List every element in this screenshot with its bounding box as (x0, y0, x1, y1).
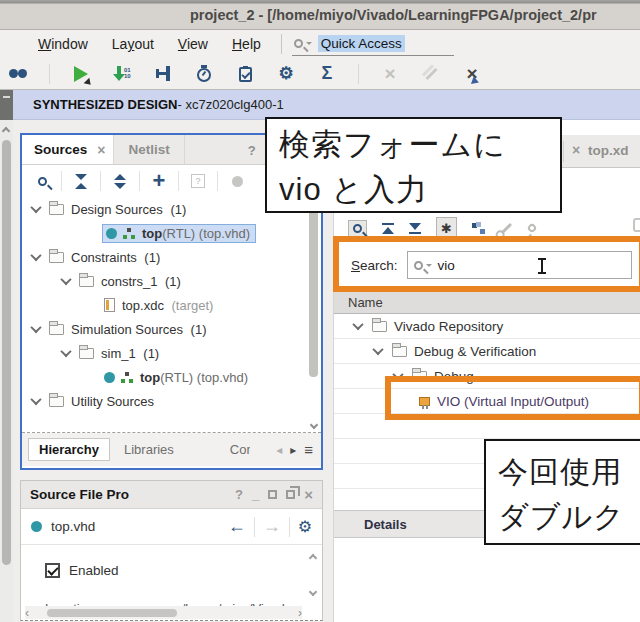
scroll-up-icon[interactable] (309, 554, 317, 562)
tree-row[interactable]: Utility Sources (22, 389, 321, 413)
tree-search-button[interactable] (32, 171, 52, 191)
menu-view[interactable]: View (166, 32, 220, 56)
scroll-left-icon[interactable] (276, 442, 282, 457)
tree-row[interactable]: Vivado Repository (334, 314, 640, 339)
tab-sources[interactable]: Sources× (22, 135, 114, 164)
find-button[interactable] (8, 64, 28, 84)
expand-all-button[interactable] (409, 223, 421, 234)
folder-icon (79, 348, 94, 359)
tree-row[interactable]: Constraints (1) (22, 245, 321, 269)
menu-help[interactable]: Help (220, 32, 273, 56)
unselect-button[interactable] (462, 64, 482, 84)
add-sources-button[interactable] (149, 171, 169, 191)
tab-netlist[interactable]: Netlist (114, 135, 184, 164)
annotation-vio-instruction: 今回使用 ダブルク (484, 439, 640, 545)
chevron-down-icon[interactable] (60, 274, 71, 285)
chevron-down-icon[interactable] (372, 344, 383, 355)
chevron-down-icon[interactable] (352, 319, 363, 330)
enabled-checkbox[interactable] (45, 563, 60, 578)
netlist-button[interactable] (153, 64, 173, 84)
folder-icon (49, 252, 64, 263)
gear-icon[interactable] (298, 517, 312, 536)
tree-scrollbar-thumb[interactable] (309, 207, 318, 377)
name-column-header[interactable]: Name (334, 290, 640, 314)
tree-row[interactable]: Debug & Verification (334, 339, 640, 364)
minimize-icon[interactable]: _ (252, 487, 259, 502)
main-toolbar: 01 10 (0, 58, 640, 90)
catalog-search-input[interactable]: vio (407, 251, 632, 279)
search-toggle-button[interactable] (348, 220, 367, 237)
chevron-down-icon[interactable] (30, 202, 41, 213)
group-by-icon[interactable] (472, 222, 485, 234)
divider (49, 64, 50, 84)
menu-layout[interactable]: Layout (100, 32, 166, 56)
annotation-line: 今回使用 (498, 449, 640, 494)
tree-row-selected[interactable]: top(RTL) (top.vhd) (22, 221, 321, 245)
report-button[interactable] (235, 64, 255, 84)
folder-icon (49, 396, 64, 407)
key-icon (526, 222, 537, 233)
quick-access-input[interactable]: Quick Access (292, 32, 454, 56)
tab-libraries[interactable]: Libraries (110, 442, 188, 457)
question-box-icon (191, 174, 205, 188)
filter-button[interactable] (436, 217, 457, 240)
divider (254, 517, 255, 537)
tree-row[interactable]: sim_1 (1) (22, 341, 321, 365)
selection-highlight: top(RTL) (top.vhd) (102, 224, 256, 243)
menu-window[interactable]: Window (26, 32, 100, 56)
help-icon[interactable]: ? (248, 143, 256, 158)
stopwatch-icon (197, 68, 211, 82)
hamburger-menu-icon[interactable] (304, 441, 313, 458)
close-icon[interactable]: × (304, 486, 313, 503)
tree-row[interactable]: top.xdc (target) (22, 293, 321, 317)
close-icon[interactable]: × (97, 142, 105, 158)
scrollbar-thumb[interactable] (2, 140, 11, 565)
tree-row-vio[interactable]: VIO (Virtual Input/Output) (334, 389, 640, 414)
settings-button[interactable] (276, 64, 296, 84)
help-icon[interactable]: ? (235, 487, 243, 502)
chevron-down-icon[interactable] (30, 394, 41, 405)
scrollbar-thumb[interactable] (47, 609, 177, 617)
timing-button[interactable] (194, 64, 214, 84)
expand-all-button[interactable] (110, 171, 130, 191)
plus-icon (153, 172, 166, 191)
slash-icon (425, 67, 437, 79)
chevron-down-icon[interactable] (30, 322, 41, 333)
tab-compile-order[interactable]: Con (216, 442, 250, 457)
scroll-left-icon[interactable]: ‹ (25, 606, 29, 620)
tab-top-xdc[interactable]: top.xd (588, 143, 629, 158)
scroll-right-icon[interactable] (290, 442, 296, 457)
properties-body: Enabled Location /home/miyo/Vivado ‹ › (21, 545, 322, 620)
scroll-right-icon[interactable]: › (298, 606, 302, 620)
wrench-icon (501, 222, 512, 233)
horizontal-scrollbar[interactable]: ‹ › (25, 606, 302, 619)
run-button[interactable] (71, 64, 91, 84)
tree-row[interactable]: Debug (334, 364, 640, 389)
panel-header-controls: ? _ × (235, 486, 313, 503)
tree-row[interactable]: Simulation Sources (1) (22, 317, 321, 341)
chevron-down-icon[interactable] (392, 369, 403, 380)
tree-row[interactable]: top(RTL) (top.vhd) (22, 365, 321, 389)
annotation-line: ダブルク (498, 494, 640, 539)
chevron-down-icon[interactable] (30, 250, 41, 261)
netlist-icon (156, 66, 170, 81)
scroll-down-icon[interactable] (310, 421, 318, 429)
scroll-down-icon[interactable] (309, 588, 317, 596)
forward-arrow-icon (263, 516, 281, 537)
back-arrow-icon[interactable] (228, 516, 246, 537)
left-scrollbar[interactable] (0, 90, 13, 622)
tab-hierarchy[interactable]: Hierarchy (28, 438, 110, 461)
design-state-title: SYNTHESIZED DESIGN (33, 97, 177, 112)
float-icon[interactable] (286, 490, 295, 499)
collapse-all-button[interactable] (71, 171, 91, 191)
program-device-button[interactable]: 01 10 (112, 64, 132, 84)
sigma-icon (322, 63, 333, 84)
close-icon[interactable]: × (572, 142, 580, 158)
window-title: project_2 - [/home/miyo/Vivado/LearningF… (190, 7, 597, 23)
chevron-down-icon[interactable] (60, 346, 71, 357)
scroll-up-icon[interactable] (2, 127, 10, 135)
power-report-button[interactable] (317, 64, 337, 84)
maximize-icon[interactable] (268, 490, 277, 499)
tree-row[interactable]: constrs_1 (1) (22, 269, 321, 293)
collapse-all-button[interactable] (382, 223, 394, 234)
